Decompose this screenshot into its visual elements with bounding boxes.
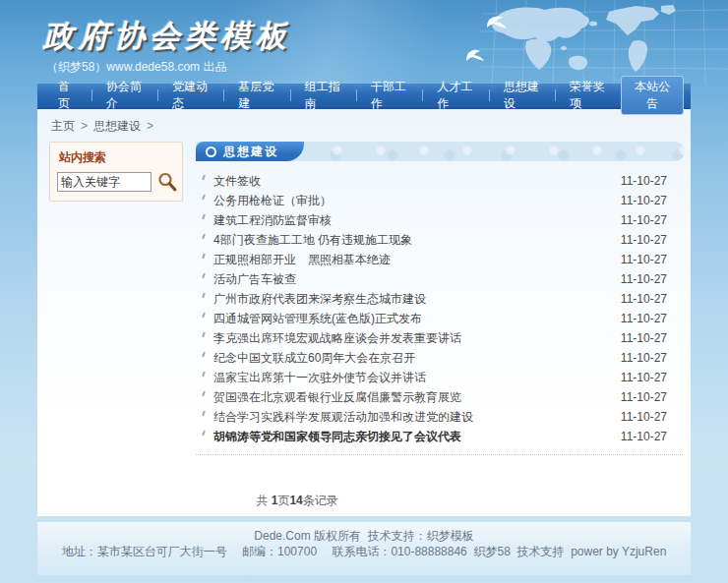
search-icon[interactable] <box>156 171 178 193</box>
nav-item-label: 干部工作 <box>371 79 407 112</box>
list-tick-icon <box>202 194 206 199</box>
article-date: 11-10-27 <box>621 411 667 424</box>
nav-item[interactable]: 干部工作 <box>356 84 422 107</box>
article-title-link[interactable]: 李克强出席环境宏观战略座谈会并发表重要讲话 <box>213 332 609 345</box>
article-date: 11-10-27 <box>621 293 667 306</box>
dotted-divider <box>196 454 683 455</box>
article-title-link[interactable]: 正规照相部开业 黑照相基本绝迹 <box>213 254 609 266</box>
main-navbar: 首页 协会简介 党建动态 基层党建 组工指南 干部工作 人才工作 思想建设 荣誉… <box>37 84 691 109</box>
article-date: 11-10-27 <box>621 175 667 188</box>
main-column: 思想建设 文件签收 11-10-27 公务用枪枪证（审批） 11-10-27 <box>196 142 685 523</box>
nav-item-label: 基层党建 <box>238 79 274 112</box>
nav-item[interactable]: 思想建设 <box>489 84 555 107</box>
nav-list: 首页 协会简介 党建动态 基层党建 组工指南 干部工作 人才工作 思想建设 荣誉… <box>37 84 621 107</box>
article-row: 纪念中国文联成立60周年大会在京召开 11-10-27 <box>198 348 667 368</box>
article-date: 11-10-27 <box>621 234 667 247</box>
article-row: 正规照相部开业 黑照相基本绝迹 11-10-27 <box>198 250 667 269</box>
article-date: 11-10-27 <box>621 391 667 404</box>
breadcrumb-home-link[interactable]: 主页 <box>51 119 75 133</box>
article-row: 贺国强在北京观看银行业反腐倡廉警示教育展览 11-10-27 <box>198 387 667 407</box>
nav-item[interactable]: 人才工作 <box>422 84 488 107</box>
article-title-link[interactable]: 胡锦涛等党和国家领导同志亲切接见了会议代表 <box>213 431 609 443</box>
article-title-link[interactable]: 建筑工程消防监督审核 <box>213 214 609 227</box>
list-tick-icon <box>202 371 206 376</box>
article-date: 11-10-27 <box>621 214 667 227</box>
pagination-summary: 共 1页14条记录 <box>223 479 685 523</box>
article-title-link[interactable]: 公务用枪枪证（审批） <box>213 195 609 207</box>
article-row: 建筑工程消防监督审核 11-10-27 <box>198 210 667 230</box>
breadcrumb: 主页>思想建设> <box>37 109 691 138</box>
article-row: 结合学习实践科学发展观活动加强和改进党的建设 11-10-27 <box>198 407 667 427</box>
article-title-link[interactable]: 广州市政府代表团来深考察生态城市建设 <box>213 293 609 306</box>
article-title-link[interactable]: 贺国强在北京观看银行业反腐倡廉警示教育展览 <box>213 391 609 404</box>
search-title-label: 站内搜索 <box>59 149 175 166</box>
section-ribbon: 思想建设 <box>196 142 304 161</box>
article-date: 11-10-27 <box>621 431 667 443</box>
nav-item-label: 荣誉奖项 <box>570 79 606 112</box>
nav-item-label: 人才工作 <box>437 79 473 112</box>
article-row: 文件签收 11-10-27 <box>198 171 667 191</box>
nav-item[interactable]: 协会简介 <box>91 84 157 107</box>
pagination-record-unit: 条记录 <box>303 494 338 507</box>
list-tick-icon <box>202 331 206 336</box>
nav-item[interactable]: 首页 <box>43 84 91 107</box>
nav-item-label: 组工指南 <box>305 79 341 112</box>
article-date: 11-10-27 <box>621 332 667 345</box>
list-tick-icon <box>202 233 206 238</box>
article-date: 11-10-27 <box>621 254 667 266</box>
nav-item[interactable]: 荣誉奖项 <box>555 84 621 107</box>
breadcrumb-current-link[interactable]: 思想建设 <box>93 119 141 133</box>
article-title-link[interactable]: 结合学习实践科学发展观活动加强和改进党的建设 <box>213 411 609 424</box>
list-tick-icon <box>202 292 206 297</box>
site-title: 政府协会类模板 <box>43 16 291 57</box>
nav-item-label: 党建动态 <box>172 79 209 112</box>
site-search-box: 站内搜索 <box>49 142 183 202</box>
article-title-link[interactable]: 四通城管网站管理系统(蓝色版)正式发布 <box>213 313 609 325</box>
article-row: 广州市政府代表团来深考察生态城市建设 11-10-27 <box>198 289 667 309</box>
section-bullet-icon <box>206 146 216 157</box>
site-footer: Dede.Com 版权所有 技术支持：织梦模板 地址：某市某区台可厂大街一号 邮… <box>37 522 691 575</box>
article-row: 李克强出席环境宏观战略座谈会并发表重要讲话 11-10-27 <box>198 328 667 348</box>
list-tick-icon <box>202 253 206 258</box>
article-row: 公务用枪枪证（审批） 11-10-27 <box>198 191 667 210</box>
article-date: 11-10-27 <box>621 195 667 207</box>
list-tick-icon <box>202 410 206 415</box>
content-area: 主页>思想建设> 站内搜索 <box>37 109 691 516</box>
section-title: 思想建设 <box>223 144 278 160</box>
nav-item-label: 首页 <box>58 79 77 112</box>
article-date: 11-10-27 <box>621 313 667 325</box>
nav-item[interactable]: 组工指南 <box>290 84 356 107</box>
search-input[interactable] <box>57 172 152 192</box>
dove-icon <box>466 49 484 61</box>
nav-item[interactable]: 党建动态 <box>157 84 223 107</box>
site-notice-button[interactable]: 本站公告 <box>621 76 684 115</box>
article-title-link[interactable]: 活动广告车被查 <box>213 273 609 286</box>
list-tick-icon <box>202 390 206 395</box>
section-header-bar: 思想建设 <box>196 142 685 161</box>
list-tick-icon <box>202 351 206 356</box>
nav-item-label: 思想建设 <box>504 79 540 112</box>
article-title-link[interactable]: 文件签收 <box>213 175 609 188</box>
site-subtitle: （织梦58）www.dede58.com 出品 <box>46 59 226 76</box>
article-row: 活动广告车被查 11-10-27 <box>198 269 667 289</box>
pagination-page-unit: 页 <box>277 494 289 507</box>
article-row: 胡锦涛等党和国家领导同志亲切接见了会议代表 11-10-27 <box>198 427 667 446</box>
page-root: 政府协会类模板 （织梦58）www.dede58.com 出品 首页 协会简介 … <box>0 0 728 583</box>
pagination-prefix: 共 <box>256 494 271 507</box>
site-header: 政府协会类模板 （织梦58）www.dede58.com 出品 <box>0 0 728 84</box>
nav-item[interactable]: 基层党建 <box>223 84 289 107</box>
article-list: 文件签收 11-10-27 公务用枪枪证（审批） 11-10-27 建筑工程消防… <box>196 171 685 446</box>
footer-copyright: Dede.Com 版权所有 技术支持：织梦模板 <box>37 522 691 544</box>
list-tick-icon <box>202 272 206 277</box>
article-date: 11-10-27 <box>621 372 667 384</box>
list-tick-icon <box>202 174 206 179</box>
article-row: 4部门夜查施工工地 仍有违规施工现象 11-10-27 <box>198 230 667 250</box>
article-title-link[interactable]: 纪念中国文联成立60周年大会在京召开 <box>213 352 609 365</box>
article-row: 温家宝出席第十一次驻外使节会议并讲话 11-10-27 <box>198 368 667 387</box>
list-tick-icon <box>202 213 206 218</box>
article-date: 11-10-27 <box>621 273 667 286</box>
article-title-link[interactable]: 4部门夜查施工工地 仍有违规施工现象 <box>213 234 609 247</box>
article-date: 11-10-27 <box>621 352 667 365</box>
footer-contact-info: 地址：某市某区台可厂大街一号 邮编：100700 联系电话：010-888888… <box>37 544 691 559</box>
article-title-link[interactable]: 温家宝出席第十一次驻外使节会议并讲话 <box>213 372 609 384</box>
